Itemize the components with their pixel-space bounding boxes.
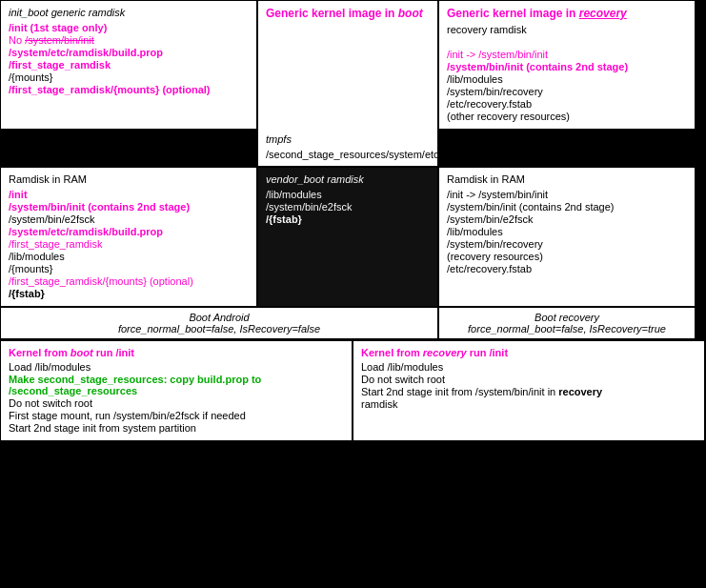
bl-load-modules: Load /lib/modules — [9, 361, 344, 373]
tmpfs-content: /second_stage_resources/system/etc/ramdi… — [266, 149, 430, 160]
main-grid: init_boot generic ramdisk /init (1st sta… — [0, 0, 706, 339]
bottom-right-title: Kernel from recovery run /init — [361, 347, 696, 358]
init-boot-cell: init_boot generic ramdisk /init (1st sta… — [0, 0, 257, 130]
ram-mounts: /{mounts} — [9, 263, 249, 274]
vendor-lib-modules: /lib/modules — [266, 189, 430, 200]
ram-fstab: /{fstab} — [9, 288, 249, 299]
generic-boot-title-cell: Generic kernel image in boot — [257, 0, 438, 130]
init-line5: /{mounts} — [9, 71, 249, 83]
bl-start-2nd: Start 2nd stage init from system partiti… — [9, 422, 344, 434]
init-line3: /system/etc/ramdisk/build.prop — [9, 47, 249, 58]
generic-recovery-title-cell: Generic kernel image in recovery recover… — [438, 0, 696, 130]
vendor-boot-cell: vendor_boot ramdisk /lib/modules /system… — [257, 167, 438, 307]
init-line2: No /system/bin/init — [9, 34, 249, 46]
recovery-lib-modules: /lib/modules — [447, 73, 687, 85]
bottom-right-cell: Kernel from recovery run /init Load /lib… — [353, 340, 705, 441]
generic-boot-title: Generic kernel image in boot — [266, 7, 430, 20]
caption-left: Boot Android force_normal_boot=false, Is… — [0, 307, 438, 339]
bottom-left-title: Kernel from boot run /init — [9, 347, 344, 358]
vendor-boot-title: vendor_boot ramdisk — [266, 173, 430, 185]
rr-fstab: /etc/recovery.fstab — [447, 263, 687, 274]
rr-lib-modules: /lib/modules — [447, 226, 687, 237]
init-line1: /init (1st stage only) — [9, 22, 249, 33]
ram-first-stage: /first_stage_ramdisk — [9, 238, 249, 250]
rr-init-2nd: /system/bin/init (contains 2nd stage) — [447, 201, 687, 213]
ram-lib-modules: /lib/modules — [9, 251, 249, 262]
tmpfs-title: tmpfs — [266, 133, 430, 145]
ram-build-prop: /system/etc/ramdisk/build.prop — [9, 226, 249, 237]
tmpfs-cell: tmpfs /second_stage_resources/system/etc… — [257, 128, 438, 167]
recovery-blank — [447, 36, 687, 48]
bl-first-stage-mount: First stage mount, run /system/bin/e2fsc… — [9, 410, 344, 421]
recovery-init-arrow: /init -> /system/bin/init — [447, 49, 687, 60]
ram-e2fsck: /system/bin/e2fsck — [9, 213, 249, 225]
rr-e2fsck: /system/bin/e2fsck — [447, 213, 687, 225]
rr-resources: (recovery resources) — [447, 251, 687, 262]
ram-init: /init — [9, 189, 249, 200]
recovery-init-bold: /system/bin/init (contains 2nd stage) — [447, 61, 687, 72]
generic-recovery-title: Generic kernel image in recovery — [447, 7, 687, 20]
rr-init-arrow: /init -> /system/bin/init — [447, 189, 687, 200]
recovery-etc-fstab: /etc/recovery.fstab — [447, 98, 687, 110]
init-boot-title: init_boot generic ramdisk — [9, 7, 249, 18]
br-ramdisk: ramdisk — [361, 398, 696, 410]
vendor-e2fsck: /system/bin/e2fsck — [266, 201, 430, 213]
ram-ramdisk-left: Ramdisk in RAM /init /system/bin/init (c… — [0, 167, 257, 307]
caption-right-line2: force_normal_boot=false, IsRecovery=true — [447, 323, 687, 335]
caption-right: Boot recovery force_normal_boot=false, I… — [438, 307, 696, 339]
ram-title-right: Ramdisk in RAM — [447, 173, 687, 185]
caption-right-line1: Boot recovery — [447, 312, 687, 323]
br-load-modules: Load /lib/modules — [361, 361, 696, 373]
bottom-left-cell: Kernel from boot run /init Load /lib/mod… — [0, 340, 353, 441]
recovery-other-resources: (other recovery resources) — [447, 111, 687, 122]
vendor-fstab: /{fstab} — [266, 213, 430, 225]
recovery-bin-recovery: /system/bin/recovery — [447, 86, 687, 97]
bl-no-switch: Do not switch root — [9, 397, 344, 409]
ram-title-left: Ramdisk in RAM — [9, 173, 249, 185]
recovery-ramdisk-label: recovery ramdisk — [447, 24, 687, 35]
ram-ramdisk-right: Ramdisk in RAM /init -> /system/bin/init… — [438, 167, 696, 307]
init-line4: /first_stage_ramdisk — [9, 59, 249, 71]
rr-bin-recovery: /system/bin/recovery — [447, 238, 687, 250]
bottom-section: Kernel from boot run /init Load /lib/mod… — [0, 339, 706, 441]
caption-left-line1: Boot Android — [9, 312, 430, 323]
br-start-2nd: Start 2nd stage init from /system/bin/in… — [361, 386, 696, 397]
ram-optional-mounts: /first_stage_ramdisk/{mounts} (optional) — [9, 275, 249, 287]
br-no-switch: Do not switch root — [361, 374, 696, 385]
caption-left-line2: force_normal_boot=false, IsRecovery=fals… — [9, 323, 430, 335]
init-line6: /first_stage_ramdisk/{mounts} (optional) — [9, 84, 249, 95]
ram-system-init: /system/bin/init (contains 2nd stage) — [9, 201, 249, 213]
bl-make-resources: Make second_stage_resources: copy build.… — [9, 374, 344, 396]
